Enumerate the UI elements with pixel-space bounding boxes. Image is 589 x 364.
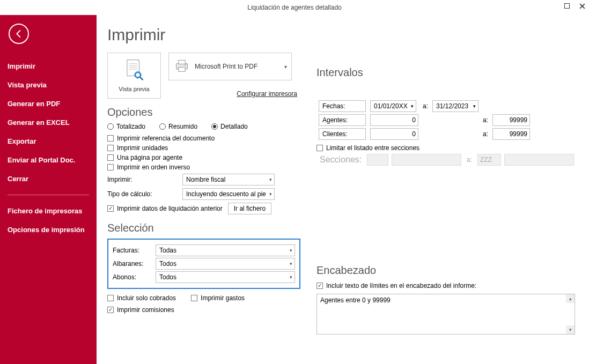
chevron-down-icon: ▾ (290, 248, 292, 253)
a-label: a: (465, 156, 474, 164)
clientes-desde-input[interactable] (370, 128, 418, 140)
facturas-select[interactable]: Todas▾ (156, 244, 295, 256)
chk-unidades[interactable]: Imprimir unidades (107, 144, 300, 152)
secciones-hasta-desc (504, 154, 574, 166)
chk-label: Imprimir comisiones (117, 306, 174, 314)
sidebar-item-imprimir[interactable]: Imprimir (0, 57, 97, 76)
chk-label: Imprimir en orden inverso (117, 164, 190, 171)
select-value: Nombre fiscal (186, 176, 225, 183)
sidebar-item-label: Generar en PDF (8, 100, 60, 108)
sidebar-item-portal[interactable]: Enviar al Portal Doc. (0, 151, 97, 169)
svg-rect-0 (565, 4, 570, 9)
sidebar: Imprimir Vista previa Generar en PDF Gen… (0, 15, 97, 364)
chk-orden-inverso[interactable]: Imprimir en orden inverso (107, 164, 300, 171)
agentes-desde-input[interactable] (370, 114, 418, 126)
agentes-hasta-input[interactable] (492, 114, 530, 126)
imprimir-label: Imprimir: (107, 176, 177, 183)
radio-label: Resumido (168, 123, 197, 130)
opciones-heading: Opciones (107, 106, 300, 118)
chk-label: Imprimir referencia del documento (117, 135, 215, 142)
document-preview-icon (123, 59, 145, 84)
clientes-hasta-input[interactable] (492, 128, 530, 140)
chk-incluir-texto[interactable]: Incluir texto de límites en el encabezad… (316, 282, 575, 289)
tipo-calculo-select[interactable]: Incluyendo descuento al pie▾ (182, 188, 275, 200)
secciones-hasta-input (477, 154, 501, 166)
sidebar-item-label: Opciones de impresión (8, 226, 85, 234)
sidebar-item-label: Generar en EXCEL (8, 118, 70, 127)
back-button[interactable] (9, 24, 29, 44)
chk-label: Imprimir gastos (201, 294, 245, 302)
select-value: Todos (159, 260, 176, 268)
sidebar-item-cerrar[interactable]: Cerrar (0, 169, 97, 188)
svg-rect-14 (179, 68, 185, 72)
sidebar-item-label: Cerrar (8, 175, 28, 183)
chevron-down-icon: ▾ (269, 191, 272, 197)
vista-previa-label: Vista previa (119, 86, 149, 92)
a-label: a: (481, 127, 490, 141)
svg-point-10 (136, 73, 140, 77)
fecha-desde[interactable]: 01/01/20XX▾ (370, 100, 416, 112)
secciones-label: Secciones: (316, 154, 364, 166)
tipo-calculo-label: Tipo de cálculo: (107, 190, 177, 198)
select-value: Incluyendo descuento al pie (186, 190, 266, 198)
chk-imprimir-comisiones[interactable]: Imprimir comisiones (107, 306, 300, 314)
sidebar-item-pdf[interactable]: Generar en PDF (0, 94, 97, 113)
maximize-button[interactable] (563, 2, 571, 10)
svg-rect-13 (179, 60, 185, 64)
chk-solo-cobrados[interactable]: Incluir solo cobrados (107, 294, 176, 302)
sidebar-item-vista-previa[interactable]: Vista previa (0, 76, 97, 94)
seleccion-box: Facturas:Todas▾ Albaranes:Todos▾ Abonos:… (107, 239, 300, 289)
chk-imprimir-gastos[interactable]: Imprimir gastos (191, 294, 245, 302)
svg-point-15 (185, 64, 186, 65)
btn-label: Ir al fichero (234, 205, 266, 212)
scroll-down-button[interactable]: ▾ (566, 325, 575, 334)
ir-al-fichero-button[interactable]: Ir al fichero (228, 203, 271, 214)
svg-line-11 (140, 77, 142, 79)
titlebar: Liquidación de agentes detallado (0, 0, 589, 15)
imprimir-select[interactable]: Nombre fiscal▾ (182, 174, 275, 185)
abonos-select[interactable]: Todos▾ (156, 271, 295, 283)
sidebar-item-label: Imprimir (8, 62, 35, 70)
sidebar-item-exportar[interactable]: Exportar (0, 132, 97, 151)
chevron-down-icon: ▾ (473, 103, 476, 109)
vista-previa-button[interactable]: Vista previa (107, 53, 161, 99)
a-label: a: (421, 99, 430, 113)
a-label: a: (481, 113, 490, 127)
sidebar-item-excel[interactable]: Generar en EXCEL (0, 113, 97, 132)
sidebar-separator (8, 195, 89, 195)
fecha-hasta[interactable]: 31/12/2023▾ (432, 100, 478, 112)
radio-resumido[interactable]: Resumido (159, 123, 197, 130)
window-title: Liquidación de agentes detallado (247, 4, 341, 11)
chk-label: Imprimir unidades (117, 144, 168, 152)
albaranes-select[interactable]: Todos▾ (156, 258, 295, 270)
radio-totalizado[interactable]: Totalizado (107, 123, 145, 130)
abonos-label: Abonos: (113, 273, 156, 281)
select-value: Todas (159, 247, 176, 254)
chk-pagina-agente[interactable]: Una página por agente (107, 154, 300, 161)
close-button[interactable] (578, 2, 586, 10)
chk-limitar-secciones[interactable]: Limitar el listado entre secciones (316, 144, 575, 152)
configurar-impresora-link[interactable]: Configurar impresora (174, 90, 297, 98)
chk-label: Incluir solo cobrados (117, 294, 176, 302)
chk-label: Imprimir datos de liquidación anterior (117, 205, 223, 212)
printer-icon (174, 58, 195, 75)
chk-datos-liquidacion[interactable]: Imprimir datos de liquidación anterior (107, 205, 223, 212)
sidebar-item-label: Vista previa (8, 81, 47, 89)
encabezado-heading: Encabezado (316, 264, 575, 277)
encabezado-textarea[interactable]: Agentes entre 0 y 99999 ▴ ▾ (316, 294, 575, 335)
chevron-down-icon: ▾ (290, 261, 292, 266)
sidebar-item-opciones[interactable]: Opciones de impresión (0, 220, 97, 239)
date-value: 31/12/2023 (436, 102, 468, 110)
scroll-up-button[interactable]: ▴ (566, 294, 575, 303)
radio-detallado[interactable]: Detallado (211, 123, 248, 130)
encabezado-text: Agentes entre 0 y 99999 (320, 296, 391, 304)
printer-select[interactable]: Microsoft Print to PDF ▾ (168, 53, 292, 80)
sidebar-item-fichero[interactable]: Fichero de impresoras (0, 202, 97, 220)
chevron-down-icon: ▾ (284, 64, 287, 70)
printer-name: Microsoft Print to PDF (195, 63, 257, 70)
sidebar-item-label: Fichero de impresoras (8, 207, 82, 215)
facturas-label: Facturas: (113, 247, 156, 254)
chk-referencia[interactable]: Imprimir referencia del documento (107, 135, 300, 142)
chk-label: Limitar el listado entre secciones (326, 144, 419, 152)
secciones-desde-desc (392, 154, 461, 166)
